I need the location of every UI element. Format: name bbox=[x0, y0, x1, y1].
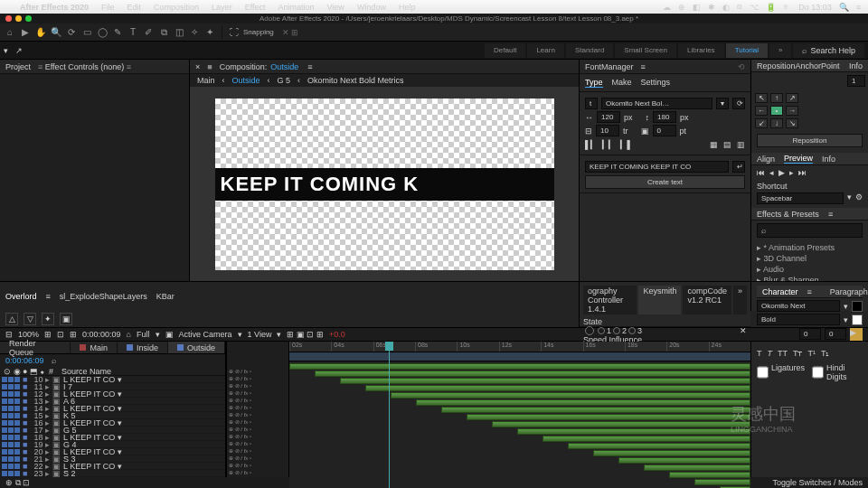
status-icon[interactable]: ⊕ bbox=[678, 3, 685, 12]
first-frame-icon[interactable]: ⏮ bbox=[757, 168, 765, 177]
home-icon[interactable]: ⌂ bbox=[4, 26, 16, 39]
anchor-c[interactable]: • bbox=[770, 106, 783, 116]
dropdown-icon[interactable]: ▾ bbox=[4, 46, 8, 55]
menu-icon[interactable]: ≡ bbox=[856, 3, 861, 12]
battery-icon[interactable]: 🔋 bbox=[766, 3, 776, 12]
zoom-out-icon[interactable]: ⊟ bbox=[5, 330, 13, 339]
overlord-tab[interactable]: Overlord bbox=[5, 292, 37, 301]
align-center-icon[interactable]: ▎▎ bbox=[602, 140, 615, 149]
preset-search[interactable]: ⌕ bbox=[757, 223, 863, 238]
workspace-tutorial[interactable]: Tutorial bbox=[726, 43, 768, 58]
ks-tab3[interactable]: compCode v1.2 RC1 bbox=[683, 286, 731, 314]
status-icon[interactable]: ✱ bbox=[708, 3, 715, 12]
shortcut-field[interactable]: Spacebar bbox=[757, 192, 844, 204]
ks-tab2[interactable]: Keysmith bbox=[638, 286, 681, 314]
ov-icon-1[interactable]: △ bbox=[5, 313, 18, 325]
timecode[interactable]: 0:00:06:09 bbox=[5, 356, 44, 365]
rect-tool-icon[interactable]: ▭ bbox=[80, 26, 93, 39]
zoom-tool-icon[interactable]: 🔍 bbox=[50, 26, 62, 39]
explode-tab[interactable]: sl_ExplodeShapeLayers bbox=[60, 292, 147, 301]
preset-item[interactable]: ▸ 3D Channel bbox=[757, 253, 863, 264]
clock[interactable]: Do 13:03 bbox=[798, 3, 832, 12]
tl-tab-inside[interactable]: Inside bbox=[118, 342, 168, 353]
share-icon[interactable]: ↗ bbox=[15, 46, 23, 55]
menu-help[interactable]: Help bbox=[399, 3, 416, 12]
refresh-icon[interactable]: ⟳ bbox=[732, 98, 745, 109]
fill-swatch[interactable] bbox=[852, 301, 863, 312]
height-value[interactable]: 180 bbox=[653, 111, 676, 123]
sub-icon[interactable]: T₁ bbox=[821, 349, 830, 358]
pen-tool-icon[interactable]: ✎ bbox=[111, 26, 124, 39]
reposition-button[interactable]: Reposition bbox=[757, 134, 863, 147]
roto-tool-icon[interactable]: ✧ bbox=[188, 26, 201, 39]
wifi-icon[interactable]: ᯤ bbox=[783, 3, 791, 12]
status-icon[interactable]: ◧ bbox=[693, 3, 701, 12]
hindi-check[interactable] bbox=[812, 363, 824, 381]
menu-edit[interactable]: Edit bbox=[127, 3, 142, 12]
stroke-swatch[interactable] bbox=[852, 314, 863, 325]
workspace-small[interactable]: Small Screen bbox=[615, 43, 676, 58]
eraser-tool-icon[interactable]: ◫ bbox=[173, 26, 185, 39]
menu-effect[interactable]: Effect bbox=[245, 3, 266, 12]
effects-presets-title[interactable]: Effects & Presets bbox=[757, 210, 819, 219]
fm-tab-type[interactable]: Type bbox=[585, 78, 603, 88]
brush-tool-icon[interactable]: ✐ bbox=[142, 26, 155, 39]
italic-icon[interactable]: T bbox=[768, 349, 773, 358]
viewer-time[interactable]: 0:00:00:09 bbox=[82, 330, 121, 339]
menu-animation[interactable]: Animation bbox=[278, 3, 314, 12]
speed-in[interactable]: 0 bbox=[799, 328, 821, 340]
ligatures-check[interactable] bbox=[757, 363, 769, 381]
menu-app[interactable]: After Effects 2020 bbox=[20, 3, 89, 12]
anchor-tr[interactable]: ↗ bbox=[786, 93, 798, 103]
views-select[interactable]: 1 View bbox=[248, 330, 272, 339]
text-input[interactable]: KEEP IT COMING KEEP IT CO bbox=[585, 161, 729, 173]
menu-composition[interactable]: Composition bbox=[154, 3, 199, 12]
status-icon[interactable]: ☁ bbox=[663, 3, 671, 12]
font-icon[interactable]: t bbox=[585, 98, 598, 109]
preset-item[interactable]: ▸ Blur & Sharpen bbox=[757, 275, 863, 281]
width-value[interactable]: 120 bbox=[597, 111, 620, 123]
info-tab[interactable]: Info bbox=[822, 155, 835, 164]
preview-tab[interactable]: Preview bbox=[784, 154, 813, 164]
ks-tab1[interactable]: ography Controller 1.4.1 bbox=[583, 286, 637, 314]
grid2-icon[interactable]: ▤ bbox=[723, 140, 731, 149]
playhead[interactable] bbox=[389, 342, 390, 488]
ov-icon-3[interactable]: ✦ bbox=[42, 313, 54, 325]
plus-icon[interactable]: ✕ bbox=[740, 326, 747, 335]
puppet-tool-icon[interactable]: ✦ bbox=[203, 26, 216, 39]
align-right-icon[interactable]: ▎▌ bbox=[620, 140, 632, 149]
paragraph-tab[interactable]: Paragraph bbox=[830, 287, 868, 296]
close-icon[interactable] bbox=[5, 15, 12, 22]
zoom-value[interactable]: 100% bbox=[18, 330, 39, 339]
status-icon[interactable]: ◐ bbox=[722, 3, 730, 12]
grid3-icon[interactable]: ▥ bbox=[737, 140, 745, 149]
tl-tab-main[interactable]: Main bbox=[71, 342, 118, 353]
workspace-libraries[interactable]: Libraries bbox=[678, 43, 724, 58]
snapping-label[interactable]: Snapping bbox=[243, 28, 274, 36]
composition-name[interactable]: Outside bbox=[270, 62, 298, 71]
bc-outside[interactable]: Outside bbox=[232, 76, 260, 85]
bold-icon[interactable]: T bbox=[757, 349, 762, 358]
tl-tab-outside[interactable]: Outside bbox=[168, 342, 225, 353]
tl-search-icon[interactable]: ⌕ bbox=[52, 356, 56, 365]
workspace-default[interactable]: Default bbox=[485, 43, 525, 58]
char-weight[interactable]: Bold bbox=[757, 314, 840, 325]
minimize-icon[interactable] bbox=[15, 15, 22, 22]
apply-speed-icon[interactable]: ▶ bbox=[850, 328, 863, 341]
fm-tab-settings[interactable]: Settings bbox=[641, 78, 671, 88]
col-sourcename[interactable]: Source Name bbox=[61, 367, 111, 375]
anchor-b[interactable]: ↓ bbox=[770, 118, 783, 128]
reposition-title[interactable]: RepositionAnchorPoint bbox=[757, 61, 840, 70]
last-frame-icon[interactable]: ⏭ bbox=[798, 168, 807, 177]
play-icon[interactable]: ▶ bbox=[778, 168, 785, 177]
pad-value[interactable]: 0 bbox=[653, 125, 676, 136]
bc-g5[interactable]: G 5 bbox=[278, 76, 291, 85]
kbar-tab[interactable]: KBar bbox=[156, 292, 175, 301]
ov-icon-2[interactable]: ▽ bbox=[24, 313, 36, 325]
grid-icon[interactable]: ▦ bbox=[710, 140, 718, 149]
selection-tool-icon[interactable]: ▶ bbox=[19, 26, 32, 39]
align-left-icon[interactable]: ▌▎ bbox=[585, 140, 597, 149]
fontmanager-title[interactable]: FontManager bbox=[585, 62, 634, 71]
menu-layer[interactable]: Layer bbox=[212, 3, 232, 12]
state-dot[interactable] bbox=[585, 326, 594, 335]
